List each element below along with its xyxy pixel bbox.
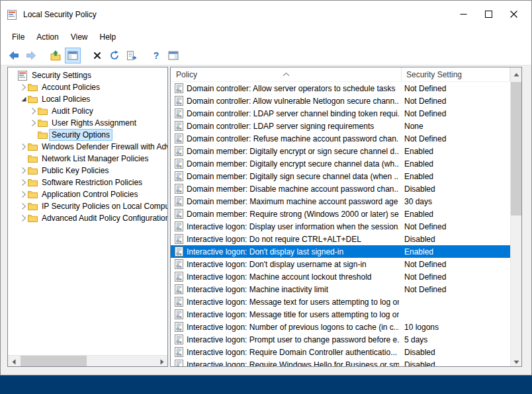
desktop-background: Local Security Policy FileActionViewHelp… <box>0 0 532 394</box>
tree-horizontal-scrollbar[interactable] <box>8 355 167 366</box>
policy-row[interactable]: Domain controller: Refuse machine accoun… <box>171 132 510 145</box>
policy-row[interactable]: Domain member: Disable machine account p… <box>171 182 510 195</box>
delete-button[interactable] <box>89 48 105 63</box>
policy-row[interactable]: Interactive logon: Require Windows Hello… <box>171 358 510 366</box>
policy-name: Interactive logon: Require Windows Hello… <box>187 360 399 367</box>
tree-item-security-settings[interactable]: Security Settings <box>8 69 167 81</box>
chevron-right-icon[interactable] <box>19 143 28 151</box>
chevron-right-icon[interactable] <box>19 202 28 210</box>
scroll-left-icon <box>12 356 16 368</box>
menu-item-action[interactable]: Action <box>30 30 64 44</box>
scroll-right-icon <box>160 356 164 368</box>
policy-icon <box>171 96 187 106</box>
folder-icon <box>28 202 40 210</box>
policy-row[interactable]: Domain member: Digitally sign secure cha… <box>171 170 510 182</box>
policy-icon <box>171 159 187 169</box>
minimize-button[interactable] <box>451 5 476 24</box>
tree-item-audit-policy[interactable]: Audit Policy <box>8 105 167 117</box>
policy-row[interactable]: Domain member: Digitally encrypt secure … <box>171 157 510 170</box>
security-setting-column-header[interactable]: Security Setting <box>402 67 510 81</box>
menu-item-help[interactable]: Help <box>94 30 122 44</box>
local-security-policy-app-icon <box>7 9 18 20</box>
console-tree-pane: Security SettingsAccount PoliciesLocal P… <box>7 67 168 367</box>
export-list-button[interactable] <box>124 48 140 63</box>
tree-item-security-options[interactable]: Security Options <box>8 129 167 141</box>
policy-name: Interactive logon: Prompt user to change… <box>187 335 399 344</box>
show-action-pane-button[interactable] <box>165 48 181 63</box>
chevron-right-icon[interactable] <box>19 178 28 186</box>
policy-icon <box>171 171 187 181</box>
forward-button[interactable] <box>23 48 39 63</box>
tree-item-software-restriction-policies[interactable]: Software Restriction Policies <box>8 177 167 188</box>
scroll-down-arrow[interactable] <box>511 355 521 366</box>
tree-item-network-list-manager-policies[interactable]: Network List Manager Policies <box>8 153 167 165</box>
scroll-right-arrow[interactable] <box>156 356 167 367</box>
titlebar[interactable]: Local Security Policy <box>1 1 531 28</box>
policy-row[interactable]: Interactive logon: Number of previous lo… <box>171 321 510 333</box>
policy-row[interactable]: Domain controller: LDAP server signing r… <box>171 120 510 132</box>
tree-item-account-policies[interactable]: Account Policies <box>8 81 167 93</box>
tree-item-application-control-policies[interactable]: Application Control Policies <box>8 188 167 200</box>
console-tree: Security SettingsAccount PoliciesLocal P… <box>8 69 167 224</box>
tree-item-label: Windows Defender Firewall with Adva <box>40 141 168 152</box>
policy-row[interactable]: Domain member: Digitally encrypt or sign… <box>171 145 510 157</box>
refresh-button[interactable] <box>107 48 122 63</box>
policy-row[interactable]: Interactive logon: Don't display usernam… <box>171 258 510 270</box>
policy-icon <box>171 259 187 269</box>
help-button[interactable]: ? <box>148 48 164 63</box>
policy-row[interactable]: Domain controller: Allow vulnerable Netl… <box>171 95 510 107</box>
vertical-scroll-thumb[interactable] <box>511 82 521 216</box>
policy-row[interactable]: Domain controller: Allow server operator… <box>171 82 510 95</box>
tree-item-ip-security-policies-on-local-compute[interactable]: IP Security Policies on Local Compute <box>8 200 167 212</box>
maximize-icon <box>485 9 492 20</box>
policy-row[interactable]: Domain member: Require strong (Windows 2… <box>171 208 510 220</box>
policy-row[interactable]: Interactive logon: Display user informat… <box>171 220 510 233</box>
security-setting-value: Disabled <box>399 348 510 357</box>
chevron-expanded-icon[interactable] <box>19 96 28 102</box>
tree-item-public-key-policies[interactable]: Public Key Policies <box>8 165 167 177</box>
chevron-right-icon[interactable] <box>29 107 38 115</box>
maximize-button[interactable] <box>476 5 501 24</box>
folder-icon <box>28 143 40 151</box>
tree-item-label: Account Policies <box>40 82 102 93</box>
chevron-right-icon[interactable] <box>19 167 28 175</box>
chevron-right-icon[interactable] <box>19 190 28 198</box>
chevron-right-icon[interactable] <box>19 214 28 222</box>
chevron-right-icon[interactable] <box>19 83 28 91</box>
policy-row[interactable]: Interactive logon: Message title for use… <box>171 308 510 321</box>
list-vertical-scrollbar[interactable] <box>510 67 521 366</box>
policy-row[interactable]: Interactive logon: Machine account locko… <box>171 270 510 283</box>
security-setting-value: Not Defined <box>399 260 510 269</box>
menu-item-view[interactable]: View <box>65 30 94 44</box>
toolbar: ? <box>1 46 531 65</box>
chevron-right-icon[interactable] <box>29 119 38 127</box>
scroll-up-arrow[interactable] <box>511 67 521 79</box>
show-console-tree-button[interactable] <box>65 48 81 63</box>
content-area: Security SettingsAccount PoliciesLocal P… <box>1 65 531 375</box>
policy-row[interactable]: Interactive logon: Don't display last si… <box>171 245 510 258</box>
policy-row[interactable]: Interactive logon: Message text for user… <box>171 296 510 308</box>
back-button[interactable] <box>6 48 22 63</box>
menu-item-file[interactable]: File <box>6 30 30 44</box>
tree-item-advanced-audit-policy-configuration[interactable]: Advanced Audit Policy Configuration <box>8 212 167 224</box>
tree-item-windows-defender-firewall-with-adva[interactable]: Windows Defender Firewall with Adva <box>8 141 167 153</box>
horizontal-scroll-thumb[interactable] <box>21 356 87 366</box>
policy-icon <box>171 209 187 219</box>
scroll-left-arrow[interactable] <box>8 356 19 367</box>
security-setting-value: Not Defined <box>399 134 510 143</box>
policy-row[interactable]: Domain controller: LDAP server channel b… <box>171 107 510 120</box>
up-one-level-button[interactable] <box>48 48 64 63</box>
tree-item-user-rights-assignment[interactable]: User Rights Assignment <box>8 117 167 129</box>
policy-row[interactable]: Interactive logon: Machine inactivity li… <box>171 283 510 296</box>
policy-row[interactable]: Interactive logon: Do not require CTRL+A… <box>171 233 510 245</box>
policy-name: Domain controller: Allow vulnerable Netl… <box>187 97 399 106</box>
tree-item-local-policies[interactable]: Local Policies <box>8 93 167 105</box>
policy-name: Domain controller: Refuse machine accoun… <box>187 134 399 143</box>
folder-icon <box>38 131 50 139</box>
policy-row[interactable]: Interactive logon: Prompt user to change… <box>171 333 510 346</box>
refresh-icon <box>109 50 120 61</box>
policy-icon <box>171 297 187 307</box>
close-button[interactable] <box>501 5 526 24</box>
policy-row[interactable]: Interactive logon: Require Domain Contro… <box>171 346 510 358</box>
policy-row[interactable]: Domain member: Maximum machine account p… <box>171 195 510 208</box>
